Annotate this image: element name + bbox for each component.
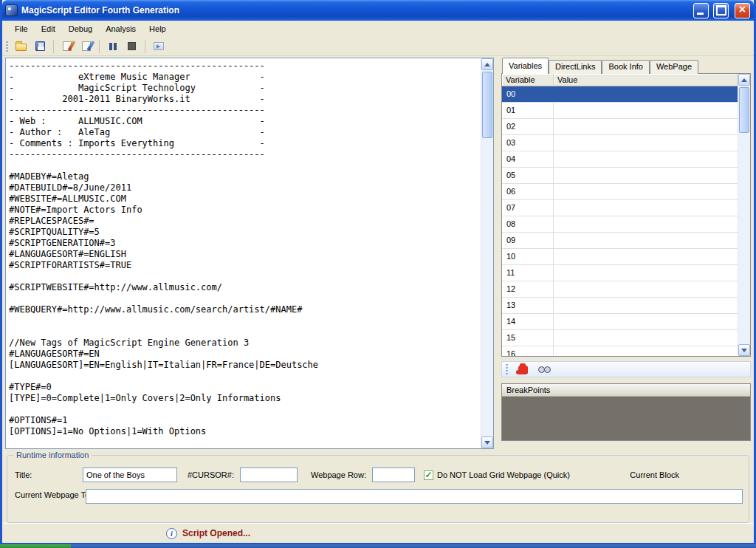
scrollbar-thumb[interactable] [482,72,492,138]
check-script-button[interactable] [58,38,76,55]
table-row[interactable]: 02 [502,119,738,135]
scroll-up-button[interactable] [481,58,493,70]
stop-button[interactable] [123,38,141,55]
stop-execution-button[interactable] [514,361,532,377]
watch-button[interactable] [535,361,554,377]
start-button-edge[interactable] [0,544,71,548]
table-row[interactable]: 12 [502,281,738,298]
variable-cell: 09 [502,233,554,248]
variable-cell: 03 [502,135,554,151]
value-cell [554,281,738,297]
table-row[interactable]: 15 [502,330,738,346]
right-panel-tabs: Variables DirectLinks Book Info WebPage [501,58,751,74]
variables-panel: Variable Value 00 [501,73,751,357]
menu-edit[interactable]: Edit [35,22,62,35]
breakpoints-panel: BreakPoints [501,383,751,441]
scroll-down-button[interactable] [738,344,750,356]
step-button[interactable] [149,38,168,55]
column-header-value[interactable]: Value [554,74,738,86]
variable-cell: 16 [502,346,554,356]
breakpoints-list[interactable] [502,397,750,440]
table-row[interactable]: 16 [502,346,738,356]
do-not-load-grid-checkbox[interactable] [424,470,433,480]
tab-book-info[interactable]: Book Info [602,60,649,74]
table-row[interactable]: 14 [502,314,738,330]
taskbar-sliver [0,544,756,548]
scrollbar-track[interactable] [738,86,750,344]
breakpoints-toolbar [501,361,751,377]
tab-variables[interactable]: Variables [502,58,549,74]
cursor-input[interactable] [240,467,298,482]
variable-cell: 13 [502,298,554,313]
value-cell [554,200,738,216]
value-cell [554,151,738,167]
save-script-button[interactable] [31,38,49,55]
pen-red-icon [63,41,72,51]
info-icon [166,528,177,539]
open-script-button[interactable] [12,38,30,55]
pause-button[interactable] [103,38,122,55]
table-row[interactable]: 10 [502,249,738,265]
main-toolbar [2,37,754,56]
pen-blue-icon [82,41,91,51]
variable-cell: 15 [502,330,554,346]
scroll-up-button[interactable] [738,74,750,86]
toolbar-grip [6,41,8,52]
webpage-row-input[interactable] [372,467,415,482]
editor-vertical-scrollbar[interactable] [481,58,493,448]
table-row[interactable]: 13 [502,298,738,314]
titlebar[interactable]: MagicScript Editor Fourth Generation [2,0,754,21]
table-row[interactable]: 06 [502,184,738,200]
scrollbar-thumb[interactable] [739,87,749,133]
variable-cell: 10 [502,249,554,264]
table-row[interactable]: 00 [502,86,738,103]
close-button[interactable] [735,3,750,18]
table-row[interactable]: 04 [502,151,738,168]
value-cell [554,298,738,313]
title-input[interactable] [83,467,177,482]
table-row[interactable]: 07 [502,200,738,216]
table-row[interactable]: 09 [502,233,738,249]
grid-vertical-scrollbar[interactable] [738,74,750,356]
column-header-variable[interactable]: Variable [502,74,554,86]
script-editor-content[interactable]: ----------------------------------------… [6,58,481,448]
arrow-down-icon [741,349,747,352]
app-icon [5,4,18,16]
value-cell [554,265,738,281]
arrow-up-icon [484,63,490,66]
table-row[interactable]: 05 [502,168,738,184]
current-webpage-text-label: Current Webpage Text: [15,489,86,500]
table-row[interactable]: 08 [502,216,738,233]
tab-webpage[interactable]: WebPage [650,60,698,74]
variable-cell: 11 [502,265,554,281]
right-panel: Variables DirectLinks Book Info WebPage … [501,58,751,449]
variable-cell: 02 [502,119,554,134]
tab-directlinks[interactable]: DirectLinks [549,60,602,74]
runtime-row-2: Current Webpage Text: [15,489,743,504]
value-cell [554,168,738,183]
table-row[interactable]: 11 [502,265,738,281]
save-floppy-icon [35,41,45,51]
menu-debug[interactable]: Debug [62,22,99,35]
value-cell [554,233,738,248]
pause-icon [109,42,117,51]
menu-file[interactable]: File [8,22,35,35]
main-area: ----------------------------------------… [2,56,754,451]
table-row[interactable]: 03 [502,135,738,151]
breakpoints-header[interactable]: BreakPoints [502,384,750,397]
cursor-label: #CURSOR#: [188,470,234,479]
menu-help[interactable]: Help [142,22,173,35]
maximize-button[interactable] [713,3,729,18]
table-row[interactable]: 01 [502,103,738,119]
minimize-button[interactable] [693,3,709,18]
runtime-information-group: Runtime information Title: #CURSOR#: Web… [7,455,749,523]
current-webpage-text-input[interactable] [86,489,743,504]
scrollbar-track[interactable] [481,70,493,436]
variable-cell: 06 [502,184,554,199]
scroll-down-button[interactable] [481,436,493,448]
debug-script-button[interactable] [77,38,95,55]
webpage-row-label: Webpage Row: [311,470,366,479]
value-cell [554,184,738,199]
do-not-load-grid-label: Do NOT Load Grid Webpage (Quick) [437,470,570,479]
menu-analysis[interactable]: Analysis [99,22,142,35]
